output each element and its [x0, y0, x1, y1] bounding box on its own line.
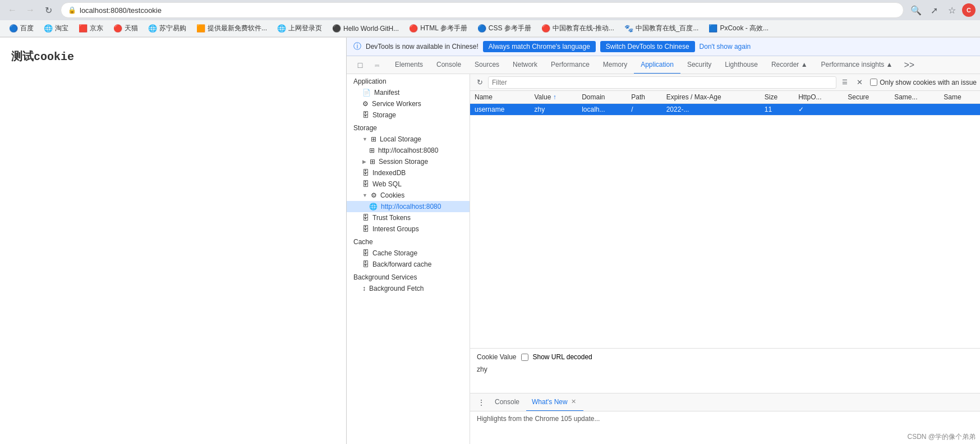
inspect-icon[interactable]: □	[352, 57, 368, 73]
tab-application[interactable]: Application	[634, 56, 680, 74]
info-icon: ⓘ	[353, 42, 361, 52]
bookmark-taobao[interactable]: 🌐淘宝	[39, 22, 73, 34]
bookmark-html[interactable]: 🔴HTML 参考手册	[404, 22, 472, 34]
tab-network[interactable]: Network	[506, 56, 544, 74]
bookmark-login[interactable]: 🌐上网登录页	[273, 22, 326, 34]
search-icon[interactable]: 🔍	[908, 2, 924, 18]
tab-recorder[interactable]: Recorder ▲	[765, 56, 815, 74]
col-secure[interactable]: Secure	[843, 91, 890, 104]
tianmao-icon: 🔴	[113, 24, 122, 33]
share-icon[interactable]: ➚	[926, 2, 942, 18]
bookmark-suning[interactable]: 🌐苏宁易购	[144, 22, 191, 34]
cell-samesite	[890, 104, 939, 116]
cell-secure	[843, 104, 890, 116]
sidebar-item-manifest[interactable]: 📄 Manifest	[347, 87, 470, 98]
tab-sources[interactable]: Sources	[468, 56, 506, 74]
show-url-decoded-checkbox[interactable]	[521, 354, 528, 361]
tab-console[interactable]: Console	[430, 56, 468, 74]
sidebar-item-trust-tokens[interactable]: 🗄 Trust Tokens	[347, 212, 470, 223]
tab-security[interactable]: Security	[680, 56, 718, 74]
cookie-value-header: Cookie Value Show URL decoded	[477, 353, 973, 361]
refresh-cookies-button[interactable]: ↻	[473, 76, 486, 89]
address-bar[interactable]: 🔒 localhost:8080/testcookie	[61, 2, 904, 18]
col-httponly[interactable]: HttpO...	[794, 91, 843, 104]
col-value[interactable]: Value	[530, 91, 578, 104]
tab-elements[interactable]: Elements	[388, 56, 430, 74]
sidebar-item-web-sql[interactable]: 🗄 Web SQL	[347, 178, 470, 190]
page-content: 测试cookie ⓘ DevTools is now available in …	[0, 38, 980, 444]
sidebar-item-background-fetch[interactable]: ↕ Background Fetch	[347, 283, 470, 294]
sidebar-section-cache: Cache	[347, 235, 470, 248]
sidebar-section-storage: Storage	[347, 121, 470, 134]
sidebar-item-session-storage[interactable]: ▶ ⊞ Session Storage	[347, 156, 470, 167]
bookmark-css[interactable]: 🔵CSS 参考手册	[473, 22, 536, 34]
bookmark-tianmao[interactable]: 🔴天猫	[109, 22, 142, 34]
tab-performance[interactable]: Performance	[544, 56, 596, 74]
lock-icon: 🔒	[68, 6, 76, 14]
clear-filter-button[interactable]: ✕	[853, 76, 866, 89]
browser-titlebar: ← → ↻ 🔒 localhost:8080/testcookie 🔍 ➚ ☆ …	[0, 0, 980, 20]
sidebar-item-cookies[interactable]: ▼ ⚙ Cookies	[347, 190, 470, 201]
col-samesite[interactable]: Same...	[890, 91, 939, 104]
sidebar-section-background: Background Services	[347, 270, 470, 283]
show-issues-checkbox[interactable]	[870, 79, 877, 86]
filter-input[interactable]	[488, 76, 836, 89]
col-same2[interactable]: Same	[939, 91, 980, 104]
sidebar-item-local-storage-host[interactable]: ⊞ http://localhost:8080	[347, 145, 470, 156]
cookie-value-panel: Cookie Value Show URL decoded zhy	[470, 348, 980, 393]
device-icon[interactable]: ⎓	[369, 57, 385, 73]
col-size[interactable]: Size	[760, 91, 794, 104]
bookmark-edu1[interactable]: 🔴中国教育在线-推动...	[537, 22, 619, 34]
back-button[interactable]: ←	[4, 2, 20, 18]
table-row[interactable]: username zhy localh... / 2022-... 11 ✓	[470, 104, 980, 116]
forward-button[interactable]: →	[22, 2, 38, 18]
sidebar-item-local-storage[interactable]: ▼ ⊞ Local Storage	[347, 134, 470, 145]
sidebar-item-storage[interactable]: 🗄 Storage	[347, 109, 470, 121]
cell-value: zhy	[530, 104, 578, 116]
tab-lighthouse[interactable]: Lighthouse	[718, 56, 765, 74]
bottom-menu-button[interactable]: ⋮	[475, 396, 488, 409]
cookie-value-label: Cookie Value	[477, 353, 517, 361]
switch-language-button[interactable]: Switch DevTools to Chinese	[600, 41, 695, 52]
taobao-icon: 🌐	[44, 24, 53, 33]
browser-chrome: ← → ↻ 🔒 localhost:8080/testcookie 🔍 ➚ ☆ …	[0, 0, 980, 38]
bookmark-software[interactable]: 🟧提供最新免费软件...	[192, 22, 272, 34]
sidebar-item-indexeddb[interactable]: 🗄 IndexedDB	[347, 167, 470, 178]
match-language-button[interactable]: Always match Chrome's language	[483, 41, 596, 52]
col-domain[interactable]: Domain	[577, 91, 627, 104]
local-storage-host-icon: ⊞	[369, 147, 375, 154]
cookie-toolbar: ↻ ☰ ✕ Only show cookies with an issue	[470, 74, 980, 91]
bookmark-github[interactable]: ⚫Hello World·GitH...	[328, 23, 403, 34]
pxcook-icon: 🟦	[708, 24, 717, 33]
cookies-arrow: ▼	[362, 193, 367, 198]
devtools-infobar: ⓘ DevTools is now available in Chinese! …	[347, 38, 980, 56]
bottom-tab-whats-new[interactable]: What's New ✕	[526, 393, 583, 411]
tab-performance-insights[interactable]: Performance insights ▲	[815, 56, 900, 74]
sidebar-item-service-workers[interactable]: ⚙ Service Workers	[347, 98, 470, 109]
bottom-tab-console[interactable]: Console	[489, 393, 525, 411]
bookmark-icon[interactable]: ☆	[944, 2, 960, 18]
sidebar-item-cache-storage[interactable]: 🗄 Cache Storage	[347, 248, 470, 259]
bookmark-jd[interactable]: 🟥京东	[74, 22, 108, 34]
close-whats-new-tab[interactable]: ✕	[570, 398, 578, 406]
cookies-data-table: Name Value Domain Path Expires / Max-Age…	[470, 91, 980, 116]
col-path[interactable]: Path	[627, 91, 661, 104]
filter-options-button[interactable]: ☰	[839, 76, 851, 89]
dismiss-button[interactable]: Don't show again	[700, 43, 751, 51]
cell-domain: localh...	[577, 104, 627, 116]
reload-button[interactable]: ↻	[40, 2, 56, 18]
sidebar-item-cookies-host[interactable]: 🌐 http://localhost:8080	[347, 201, 470, 212]
avatar[interactable]: C	[962, 3, 976, 17]
local-storage-arrow: ▼	[362, 136, 367, 142]
sidebar-item-back-forward-cache[interactable]: 🗄 Back/forward cache	[347, 259, 470, 270]
bookmark-edu2[interactable]: 🐾中国教育在线_百度...	[620, 22, 703, 34]
toolbar-icons: 🔍 ➚ ☆ C	[908, 2, 976, 18]
dock-controls: □ ⎓	[349, 57, 388, 73]
tab-memory[interactable]: Memory	[596, 56, 634, 74]
bookmark-pxcook[interactable]: 🟦PxCook - 高效...	[704, 22, 773, 34]
col-name[interactable]: Name	[470, 91, 530, 104]
sidebar-item-interest-groups[interactable]: 🗄 Interest Groups	[347, 223, 470, 235]
bookmark-baidu[interactable]: 🔵百度	[4, 22, 38, 34]
col-expires[interactable]: Expires / Max-Age	[662, 91, 760, 104]
more-tabs-button[interactable]: >>	[899, 60, 919, 70]
